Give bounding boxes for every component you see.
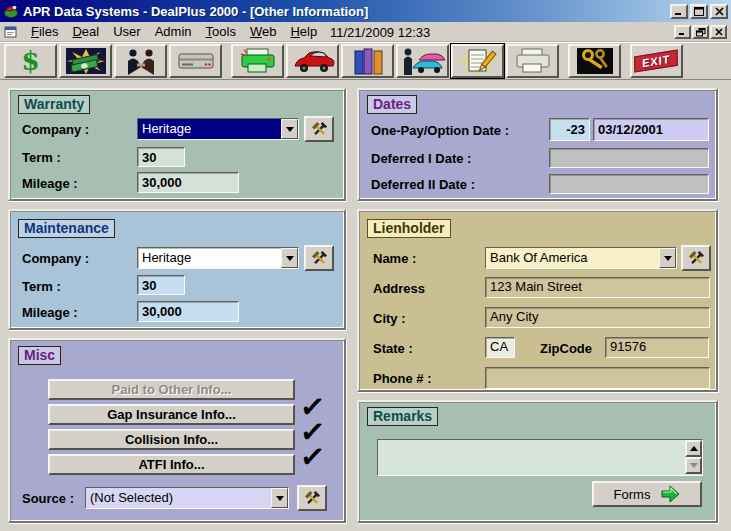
security-button[interactable] bbox=[568, 44, 621, 78]
chevron-down-icon[interactable] bbox=[281, 119, 298, 139]
lienholder-phone-label: Phone # : bbox=[373, 371, 432, 386]
remarks-panel-title: Remarks bbox=[367, 407, 438, 426]
mdi-minimize-button[interactable] bbox=[674, 25, 691, 39]
toolbar: $ bbox=[0, 42, 731, 80]
maintenance-company-select[interactable]: Heritage bbox=[137, 247, 299, 269]
exit-button[interactable]: EXIT bbox=[630, 44, 683, 78]
maintenance-term-input[interactable] bbox=[137, 275, 185, 295]
hammer-wrench-icon bbox=[688, 250, 705, 267]
warranty-term-input[interactable] bbox=[137, 147, 185, 167]
gap-insurance-info-button[interactable]: Gap Insurance Info... bbox=[48, 404, 295, 425]
lienholder-city-label: City : bbox=[373, 311, 406, 326]
salesman-cars-icon bbox=[399, 47, 447, 75]
lienholder-name-select[interactable]: Bank Of America bbox=[485, 247, 677, 269]
window-title: APR Data Systems - DealPlus 2000 - [Othe… bbox=[23, 4, 670, 19]
deferred2-date-label: Deferred II Date : bbox=[371, 177, 475, 192]
keys-icon bbox=[575, 47, 615, 75]
warranty-company-select[interactable]: Heritage bbox=[137, 118, 299, 140]
atfi-info-button[interactable]: ATFI Info... bbox=[48, 454, 295, 475]
maintenance-panel: Maintenance Company : Heritage Term : Mi… bbox=[8, 209, 346, 330]
menu-bar: Files Deal User Admin Tools Web Help 11/… bbox=[0, 22, 731, 42]
notepad-pencil-icon bbox=[456, 47, 500, 75]
mdi-child-icon bbox=[4, 25, 18, 39]
hammer-wrench-icon bbox=[304, 490, 321, 507]
menu-web[interactable]: Web bbox=[243, 22, 284, 41]
copier-icon bbox=[511, 47, 555, 75]
onepay-date-label: One-Pay/Option Date : bbox=[371, 123, 509, 138]
dates-panel-title: Dates bbox=[367, 95, 417, 114]
maximize-button[interactable] bbox=[690, 4, 708, 19]
restore-icon bbox=[696, 28, 706, 37]
chevron-down-icon[interactable] bbox=[281, 248, 298, 268]
warranty-company-label: Company : bbox=[22, 122, 89, 137]
onepay-days-input[interactable] bbox=[549, 118, 590, 141]
lienholder-zip-field: 91576 bbox=[605, 337, 709, 358]
lienholder-address-field: 123 Main Street bbox=[485, 277, 710, 298]
lienholder-state-label: State : bbox=[373, 341, 413, 356]
deferred1-date-label: Deferred I Date : bbox=[371, 151, 471, 166]
maintenance-mileage-label: Mileage : bbox=[22, 305, 78, 320]
dates-panel: Dates One-Pay/Option Date : Deferred I D… bbox=[357, 88, 718, 201]
collision-info-button[interactable]: Collision Info... bbox=[48, 429, 295, 450]
lienholder-panel: Lienholder Name : Bank Of America Addres… bbox=[357, 209, 718, 392]
mdi-restore-button[interactable] bbox=[692, 25, 709, 39]
warranty-mileage-label: Mileage : bbox=[22, 176, 78, 191]
remarks-input[interactable] bbox=[378, 440, 685, 475]
paid-to-other-info-button: Paid to Other Info... bbox=[48, 379, 295, 400]
chevron-down-icon[interactable] bbox=[271, 488, 288, 508]
menu-help[interactable]: Help bbox=[283, 22, 324, 41]
onepay-date-input[interactable] bbox=[593, 118, 709, 141]
other-information-button[interactable] bbox=[451, 44, 504, 78]
mdi-close-button[interactable] bbox=[710, 25, 727, 39]
printer-icon bbox=[236, 47, 280, 75]
misc-panel-title: Misc bbox=[18, 346, 61, 365]
green-arrow-icon bbox=[660, 485, 680, 503]
lienholder-state-field: CA bbox=[485, 337, 515, 358]
menu-tools[interactable]: Tools bbox=[199, 22, 243, 41]
scroll-down-button[interactable] bbox=[685, 457, 702, 474]
warranty-term-label: Term : bbox=[22, 150, 61, 165]
maintenance-term-label: Term : bbox=[22, 279, 61, 294]
copier-button[interactable] bbox=[506, 44, 559, 78]
check-icon: ✓ bbox=[299, 441, 327, 473]
source-tools-button[interactable] bbox=[297, 485, 327, 511]
arrow-up-icon bbox=[690, 446, 698, 451]
exit-icon: EXIT bbox=[634, 49, 678, 72]
menu-deal[interactable]: Deal bbox=[65, 22, 106, 41]
lienholder-panel-title: Lienholder bbox=[367, 219, 451, 238]
modem-icon bbox=[174, 47, 218, 75]
lienholder-city-field: Any City bbox=[485, 307, 710, 328]
maintenance-company-tools-button[interactable] bbox=[304, 245, 334, 271]
close-button[interactable] bbox=[710, 4, 728, 19]
modem-button[interactable] bbox=[169, 44, 222, 78]
customer-button[interactable] bbox=[114, 44, 167, 78]
menu-admin[interactable]: Admin bbox=[148, 22, 199, 41]
deferred1-date-field bbox=[549, 148, 709, 168]
application-window: APR Data Systems - DealPlus 2000 - [Othe… bbox=[0, 0, 731, 531]
inventory-button[interactable] bbox=[396, 44, 449, 78]
minimize-button[interactable] bbox=[670, 4, 688, 19]
chevron-down-icon[interactable] bbox=[659, 248, 676, 268]
payment-button[interactable]: $ bbox=[4, 44, 57, 78]
vehicle-button[interactable] bbox=[286, 44, 339, 78]
print-button[interactable] bbox=[231, 44, 284, 78]
cash-button[interactable] bbox=[59, 44, 112, 78]
forms-button[interactable]: Forms bbox=[592, 481, 702, 507]
warranty-panel-title: Warranty bbox=[18, 95, 90, 114]
red-car-icon bbox=[291, 47, 335, 75]
remarks-field-box bbox=[377, 439, 703, 476]
scroll-up-button[interactable] bbox=[685, 440, 702, 457]
warranty-company-tools-button[interactable] bbox=[304, 116, 334, 142]
warranty-mileage-input[interactable] bbox=[137, 172, 239, 193]
maintenance-panel-title: Maintenance bbox=[18, 219, 115, 238]
menu-files[interactable]: Files bbox=[24, 22, 65, 41]
lienholder-name-tools-button[interactable] bbox=[681, 245, 711, 271]
lienholder-phone-field bbox=[485, 367, 710, 389]
source-select[interactable]: (Not Selected) bbox=[85, 487, 289, 509]
library-button[interactable] bbox=[341, 44, 394, 78]
dollar-icon: $ bbox=[21, 48, 39, 74]
close-icon bbox=[715, 28, 723, 36]
maintenance-mileage-input[interactable] bbox=[137, 301, 239, 322]
menu-user[interactable]: User bbox=[106, 22, 147, 41]
money-icon bbox=[64, 47, 108, 75]
